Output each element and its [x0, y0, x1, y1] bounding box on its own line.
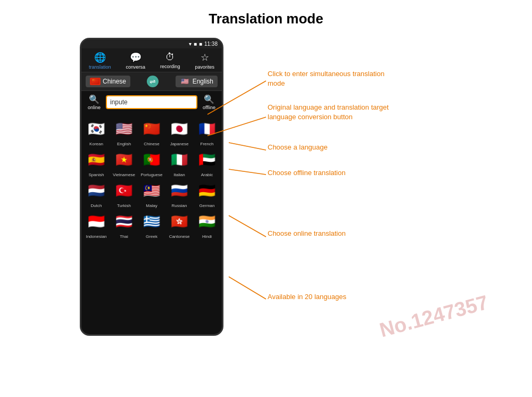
flag-icon-italian: 🇮🇹 [168, 148, 190, 171]
status-bar: ▾ ■ ■ 11:38 [81, 39, 222, 48]
lang-item-korean[interactable]: 🇰🇷Korean [84, 118, 109, 146]
flag-icon-german: 🇩🇪 [196, 179, 218, 202]
flag-icon-malay: 🇲🇾 [140, 179, 163, 202]
online-label: online [88, 105, 101, 110]
annotation-6: Available in 20 languages [268, 292, 346, 302]
source-language-button[interactable]: 🇨🇳 Chinese [86, 76, 130, 87]
lang-name-japanese: Japanese [170, 142, 189, 146]
lang-item-dutch[interactable]: 🇳🇱Dutch [84, 179, 109, 208]
nav-recording[interactable]: ⏱ recording [160, 52, 180, 70]
lang-name-malay: Malay [146, 203, 157, 208]
lang-item-chinese[interactable]: 🇨🇳Chinese [139, 118, 164, 146]
target-language-button[interactable]: 🇺🇸 English [176, 76, 218, 87]
lang-item-english[interactable]: 🇺🇸English [111, 118, 137, 146]
time-display: 11:38 [204, 41, 218, 47]
annotation-1: Click to enter simultaneous translation … [268, 69, 395, 88]
battery-icon: ■ [199, 41, 202, 47]
flag-icon-indonesian: 🇮🇩 [85, 210, 107, 233]
conversa-icon: 💬 [130, 52, 142, 63]
lang-name-english: English [117, 142, 131, 146]
swap-button[interactable]: ⇌ [147, 76, 159, 87]
flag-icon-cantonese: 🇭🇰 [168, 210, 190, 233]
flag-icon-korean: 🇰🇷 [85, 118, 107, 140]
source-language-label: Chinese [103, 78, 126, 85]
lang-item-spanish[interactable]: 🇪🇸Spanish [84, 148, 109, 177]
signal-icon: ■ [194, 41, 197, 47]
swap-icon: ⇌ [149, 77, 156, 86]
flag-icon-japanese: 🇯🇵 [168, 118, 190, 140]
flag-icon-thai: 🇹🇭 [113, 210, 135, 233]
lang-item-italian[interactable]: 🇮🇹Italian [167, 148, 192, 177]
page-title: Translation mode [0, 0, 532, 27]
lang-item-turkish[interactable]: 🇹🇷Turkish [111, 179, 137, 208]
nav-bar: 🌐 translation 💬 conversa ⏱ recording ☆ p… [81, 48, 222, 72]
lang-name-cantonese: Cantonese [169, 234, 190, 239]
target-language-label: English [193, 78, 213, 85]
annotation-3: Choose a language [268, 143, 328, 152]
wifi-icon: ▾ [189, 41, 192, 47]
english-flag: 🇺🇸 [180, 78, 190, 85]
lang-name-chinese: Chinese [144, 142, 159, 146]
lang-name-thai: Thai [120, 234, 128, 239]
lang-item-arabic[interactable]: 🇦🇪Arabic [194, 148, 220, 177]
lang-name-hindi: Hindi [202, 234, 212, 239]
language-selector: 🇨🇳 Chinese ⇌ 🇺🇸 English [81, 72, 222, 91]
lang-name-portuguese: Portuguese [141, 172, 163, 177]
flag-icon-portuguese: 🇵🇹 [140, 148, 163, 171]
lang-name-vietnamese: Vietnamese [113, 172, 135, 177]
lang-name-arabic: Arabic [201, 172, 213, 177]
lang-name-german: German [200, 203, 215, 208]
search-bar: 🔍 online 🔍 offline [81, 91, 222, 113]
flag-icon-spanish: 🇪🇸 [85, 148, 107, 171]
lang-item-vietnamese[interactable]: 🇻🇳Vietnamese [111, 148, 137, 177]
lang-name-russian: Russian [172, 203, 187, 208]
lang-item-hindi[interactable]: 🇮🇳Hindi [194, 210, 220, 239]
search-input[interactable] [106, 95, 197, 109]
lang-item-russian[interactable]: 🇷🇺Russian [167, 179, 192, 208]
lang-name-greek: Greek [146, 234, 157, 239]
nav-favorites[interactable]: ☆ pavorites [195, 52, 214, 70]
recording-label: recording [160, 64, 180, 69]
lang-item-greek[interactable]: 🇬🇷Greek [139, 210, 164, 239]
nav-conversa[interactable]: 💬 conversa [126, 52, 145, 70]
translation-icon: 🌐 [94, 52, 106, 63]
flag-icon-greek: 🇬🇷 [140, 210, 163, 233]
nav-translation[interactable]: 🌐 translation [89, 52, 111, 70]
online-search-icon: 🔍 [89, 94, 99, 104]
lang-name-turkish: Turkish [117, 203, 131, 208]
lang-name-spanish: Spanish [89, 172, 104, 177]
flag-icon-vietnamese: 🇻🇳 [113, 148, 135, 171]
favorites-icon: ☆ [201, 52, 209, 63]
lang-name-dutch: Dutch [91, 203, 102, 208]
chinese-flag: 🇨🇳 [90, 78, 101, 85]
flag-icon-russian: 🇷🇺 [168, 179, 190, 202]
lang-item-indonesian[interactable]: 🇮🇩Indonesian [84, 210, 109, 239]
flag-icon-dutch: 🇳🇱 [85, 179, 107, 202]
lang-item-malay[interactable]: 🇲🇾Malay [139, 179, 164, 208]
flag-icon-english: 🇺🇸 [113, 118, 135, 140]
lang-item-thai[interactable]: 🇹🇭Thai [111, 210, 137, 239]
lang-name-indonesian: Indonesian [86, 234, 106, 239]
flag-icon-arabic: 🇦🇪 [196, 148, 218, 171]
flag-icon-chinese: 🇨🇳 [140, 118, 163, 140]
annotation-2: Original language and translation target… [268, 103, 395, 122]
lang-item-french[interactable]: 🇫🇷French [194, 118, 220, 146]
language-grid: 🇰🇷Korean🇺🇸English🇨🇳Chinese🇯🇵Japanese🇫🇷Fr… [81, 113, 222, 243]
translation-label: translation [89, 64, 111, 70]
lang-name-french: French [201, 142, 214, 146]
annotation-5: Choose online translation [268, 229, 346, 238]
recording-icon: ⏱ [165, 52, 175, 63]
online-button[interactable]: 🔍 online [85, 94, 104, 110]
lang-item-german[interactable]: 🇩🇪German [194, 179, 220, 208]
lang-name-korean: Korean [89, 142, 103, 146]
offline-search-icon: 🔍 [204, 94, 214, 104]
phone-mockup: ▾ ■ ■ 11:38 🌐 translation 💬 conversa ⏱ r… [80, 38, 223, 336]
offline-button[interactable]: 🔍 offline [200, 94, 219, 110]
favorites-label: pavorites [195, 64, 214, 70]
conversa-label: conversa [126, 64, 145, 70]
lang-item-portuguese[interactable]: 🇵🇹Portuguese [139, 148, 164, 177]
lang-item-japanese[interactable]: 🇯🇵Japanese [167, 118, 192, 146]
flag-icon-hindi: 🇮🇳 [196, 210, 218, 233]
lang-item-cantonese[interactable]: 🇭🇰Cantonese [167, 210, 192, 239]
flag-icon-french: 🇫🇷 [196, 118, 218, 140]
